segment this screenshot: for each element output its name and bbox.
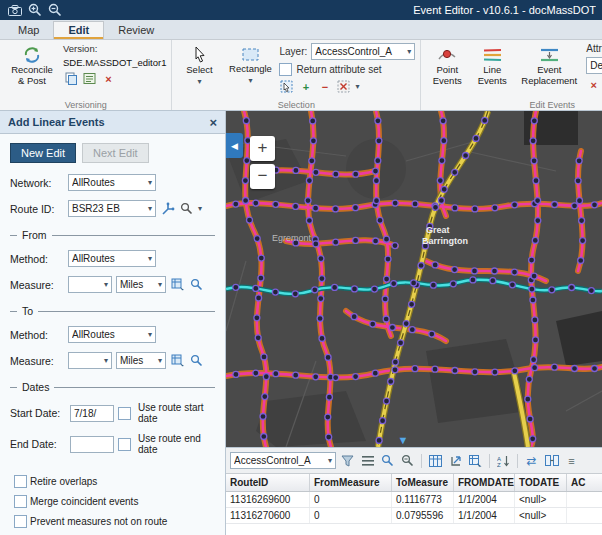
route-id-value: BSR23 EB [72, 203, 144, 214]
find-icon[interactable] [379, 452, 396, 469]
collapse-left-panel-button[interactable]: ◀ [226, 133, 243, 158]
menu-icon[interactable] [359, 452, 376, 469]
reconcile-post-label: Reconcile & Post [7, 65, 57, 87]
select-button[interactable]: Select ▾ [177, 43, 221, 98]
return-attribute-set-label: Return attribute set [296, 64, 381, 75]
tab-map[interactable]: Map [4, 22, 53, 39]
panel-close-icon[interactable]: × [209, 116, 217, 129]
cell-todate: <null> [515, 508, 567, 523]
retire-overlaps-checkbox[interactable] [14, 475, 27, 488]
to-measure-unit-value: Miles [120, 355, 154, 366]
chevron-down-icon: ▼ [398, 434, 409, 446]
from-method-select[interactable]: AllRoutes ▾ [68, 250, 156, 267]
line-events-button[interactable]: Line Events [472, 43, 512, 98]
tab-review[interactable]: Review [104, 22, 168, 39]
tab-edit[interactable]: Edit [53, 21, 104, 39]
use-route-end-checkbox[interactable] [118, 438, 131, 451]
from-measure-picker-icon[interactable] [170, 277, 185, 292]
route-zoom-chevron-icon[interactable]: ▾ [198, 204, 202, 213]
column-header-routeid[interactable]: RouteID [226, 474, 310, 491]
titlebar: Event Editor - v10.6.1 - docMassDOT [0, 0, 602, 20]
columns-icon[interactable] [427, 452, 444, 469]
column-header-todate[interactable]: TODATE [515, 474, 567, 491]
end-date-label: End Date: [10, 438, 66, 450]
return-attribute-set-checkbox[interactable] [279, 63, 292, 76]
rectangle-button[interactable]: Rectangle ▾ [225, 43, 275, 98]
start-date-input[interactable] [70, 405, 114, 422]
table-row[interactable]: 11316269600 0 0.1116773 1/1/2004 <null> [226, 492, 602, 508]
delete-version-icon[interactable]: × [101, 71, 116, 86]
to-measure-unit-select[interactable]: Miles ▾ [116, 352, 166, 369]
prevent-measures-checkbox[interactable] [14, 515, 27, 528]
to-measure-input[interactable]: ▾ [68, 352, 112, 369]
attribute-set-controls: Attribute Set: Default ▾ × ⇄ ↔ ▦ → [586, 43, 602, 98]
from-method-label: Method: [10, 253, 64, 265]
to-measure-picker-icon[interactable] [170, 353, 185, 368]
zoom-to-selected-icon[interactable] [399, 452, 416, 469]
layer-select[interactable]: AccessControl_A ▾ [311, 43, 415, 60]
zoom-in-button[interactable]: + [250, 136, 275, 161]
new-edit-button[interactable]: New Edit [10, 143, 76, 163]
point-events-button[interactable]: Point Events [426, 43, 468, 98]
route-id-select[interactable]: BSR23 EB ▾ [68, 200, 156, 217]
map-label-town: Egremont [272, 233, 312, 243]
dates-section-label: Dates [22, 381, 49, 393]
related-tables-icon[interactable] [543, 452, 560, 469]
from-measure-zoom-icon[interactable] [189, 277, 204, 292]
merge-coincident-label: Merge coincident events [30, 496, 138, 507]
merge-coincident-checkbox[interactable] [14, 495, 27, 508]
rectangle-dropdown-chevron-icon[interactable]: ▾ [248, 76, 252, 85]
add-to-selection-icon[interactable]: + [298, 79, 313, 94]
remove-from-selection-icon[interactable]: − [317, 79, 332, 94]
network-select[interactable]: AllRoutes ▾ [68, 174, 156, 191]
zoom-out-button[interactable]: − [250, 164, 275, 189]
new-selection-icon[interactable] [279, 79, 294, 94]
column-header-ac[interactable]: AC [567, 474, 602, 491]
sort-ascending-icon[interactable]: AZ [495, 452, 512, 469]
end-date-input[interactable] [70, 436, 114, 453]
use-route-start-label: Use route start date [138, 402, 215, 424]
to-method-select[interactable]: AllRoutes ▾ [68, 326, 156, 343]
layer-select-value: AccessControl_A [315, 46, 403, 57]
switch-selection-icon[interactable]: ⇄ [523, 452, 540, 469]
map-view[interactable]: Egremont Great Barrington ◀ + − ▼ [226, 111, 602, 447]
select-dropdown-chevron-icon[interactable]: ▾ [197, 77, 201, 86]
from-measure-unit-select[interactable]: Miles ▾ [116, 276, 166, 293]
camera-icon[interactable] [6, 2, 23, 18]
clear-selection-icon[interactable] [336, 79, 351, 94]
select-label: Select [186, 65, 212, 76]
reconcile-post-button[interactable]: Reconcile & Post [5, 43, 59, 98]
export-arrow-icon[interactable] [447, 452, 464, 469]
column-header-frommeasure[interactable]: FromMeasure [310, 474, 392, 491]
reconcile-post-icon [22, 46, 42, 64]
route-zoom-icon[interactable] [179, 201, 194, 216]
network-label: Network: [10, 177, 64, 189]
grid-layer-select[interactable]: AccessControl_A ▾ [230, 452, 336, 469]
toolbar-separator [421, 454, 422, 468]
event-replacement-icon [539, 46, 560, 64]
select-route-on-map-icon[interactable] [160, 201, 175, 216]
link-icon[interactable]: ≡ [563, 452, 580, 469]
zoom-out-icon[interactable] [46, 2, 63, 18]
table-row[interactable]: 11316270600 0 0.0795596 1/1/2004 <null> [226, 508, 602, 524]
version-properties-icon[interactable] [82, 71, 97, 86]
delete-event-icon[interactable]: × [586, 77, 601, 92]
selection-options-icon[interactable]: ▾ [355, 82, 359, 91]
event-replacement-button[interactable]: Event Replacement [516, 43, 582, 98]
from-measure-input[interactable]: ▾ [68, 276, 112, 293]
map-canvas[interactable]: Egremont Great Barrington [226, 111, 602, 447]
use-route-start-checkbox[interactable] [118, 407, 131, 420]
to-measure-zoom-icon[interactable] [189, 353, 204, 368]
table-options-icon[interactable] [467, 452, 484, 469]
edit-version-icon[interactable] [63, 71, 78, 86]
collapse-bottom-grid-button[interactable]: ▼ [386, 433, 420, 446]
attribute-set-select[interactable]: Default ▾ [586, 57, 602, 74]
zoom-in-icon[interactable] [26, 2, 43, 18]
line-events-icon [482, 46, 503, 64]
column-header-fromdate[interactable]: FROMDATE [454, 474, 515, 491]
filter-icon[interactable] [339, 452, 356, 469]
cell-fromdate: 1/1/2004 [454, 492, 515, 507]
column-header-tomeasure[interactable]: ToMeasure [392, 474, 454, 491]
toolbar-separator [517, 454, 518, 468]
cell-fromdate: 1/1/2004 [454, 508, 515, 523]
